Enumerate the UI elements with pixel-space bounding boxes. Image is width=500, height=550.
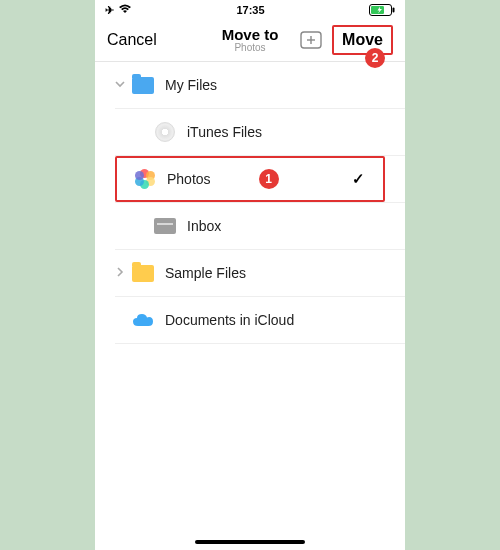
folder-row-inbox[interactable]: Inbox: [95, 203, 405, 249]
wifi-icon: [118, 4, 132, 16]
new-folder-icon[interactable]: [300, 31, 322, 49]
folder-label: Photos: [167, 171, 241, 187]
nav-title: Move to: [222, 26, 279, 43]
folder-label: iTunes Files: [187, 124, 405, 140]
folder-label: Inbox: [187, 218, 405, 234]
chevron-right-icon[interactable]: [109, 266, 131, 281]
folder-icon: [131, 73, 155, 97]
folder-row-photos[interactable]: Photos 1 ✓: [115, 156, 385, 202]
svg-rect-1: [392, 8, 394, 13]
folder-list: My Files iTunes Files Photos 1 ✓ Inbox: [95, 62, 405, 344]
folder-label: Documents in iCloud: [165, 312, 405, 328]
checkmark-icon: ✓: [352, 170, 365, 188]
move-button[interactable]: Move: [332, 25, 393, 55]
status-bar: ✈ 17:35: [95, 0, 405, 18]
photos-icon: [133, 167, 157, 191]
disc-icon: [153, 120, 177, 144]
folder-row-itunes[interactable]: iTunes Files: [95, 109, 405, 155]
cloud-icon: [131, 308, 155, 332]
battery-icon: [369, 4, 395, 16]
cancel-button[interactable]: Cancel: [107, 31, 157, 49]
chevron-down-icon[interactable]: [109, 78, 131, 93]
folder-icon: [131, 261, 155, 285]
folder-label: Sample Files: [165, 265, 405, 281]
airplane-mode-icon: ✈: [105, 4, 114, 17]
inbox-icon: [153, 214, 177, 238]
svg-rect-2: [371, 6, 384, 14]
folder-row-sample-files[interactable]: Sample Files: [95, 250, 405, 296]
folder-label: My Files: [165, 77, 405, 93]
annotation-badge-1: 1: [259, 169, 279, 189]
status-time: 17:35: [236, 4, 264, 16]
nav-bar: Cancel Move to Photos Move: [95, 18, 405, 62]
folder-row-icloud[interactable]: Documents in iCloud: [95, 297, 405, 343]
home-indicator[interactable]: [195, 540, 305, 544]
nav-subtitle: Photos: [222, 42, 279, 53]
folder-row-my-files[interactable]: My Files: [95, 62, 405, 108]
